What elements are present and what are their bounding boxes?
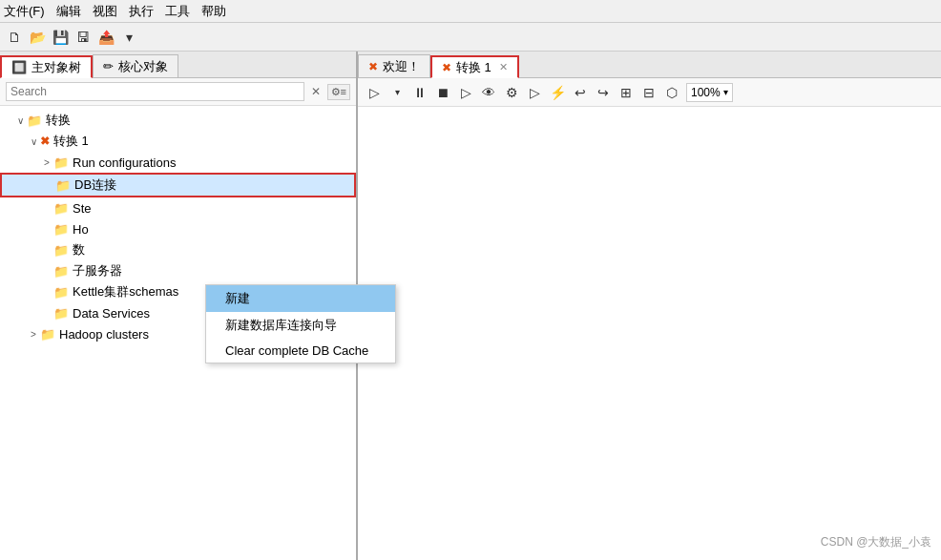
folder-icon-ste: 📁 xyxy=(53,201,69,216)
right-content xyxy=(358,107,941,560)
label-ho: Ho xyxy=(73,222,89,237)
align-btn[interactable]: ⊟ xyxy=(638,82,659,103)
folder-icon-transform: 📁 xyxy=(27,114,42,128)
label-ste: Ste xyxy=(73,201,92,216)
arrow-run-config: > xyxy=(40,157,53,168)
toolbar-dropdown[interactable]: ▾ xyxy=(118,27,139,48)
folder-icon-db-conn: 📁 xyxy=(55,178,71,193)
tree-node-subserver[interactable]: 📁 子服务器 xyxy=(0,260,356,281)
snap-btn[interactable]: ⬡ xyxy=(661,82,682,103)
run-btn[interactable]: ▷ xyxy=(364,82,385,103)
search-input[interactable] xyxy=(6,82,304,101)
menu-file[interactable]: 文件(F) xyxy=(4,3,45,20)
tab-welcome[interactable]: ✖ 欢迎！ xyxy=(358,54,430,77)
tab-main-objects-label: 主对象树 xyxy=(31,59,81,76)
tab-core-objects[interactable]: ✏ 核心对象 xyxy=(93,54,178,77)
undo-btn[interactable]: ↩ xyxy=(570,82,591,103)
context-menu: 新建 新建数据库连接向导 Clear complete DB Cache xyxy=(205,284,396,363)
tab-transform1-icon: ✖ xyxy=(442,61,451,74)
toolbar-export[interactable]: 📤 xyxy=(95,27,116,48)
folder-icon-run-config: 📁 xyxy=(53,156,69,170)
watermark: CSDN @大数据_小袁 xyxy=(821,534,931,550)
grid-btn[interactable]: ⊞ xyxy=(616,82,637,103)
label-transform1: 转换 1 xyxy=(53,133,89,150)
tree-node-db-conn[interactable]: 📁 DB连接 xyxy=(0,173,356,197)
run-dropdown-btn[interactable]: ▾ xyxy=(387,82,408,103)
tab-transform1-label: 转换 1 xyxy=(456,59,491,76)
label-num: 数 xyxy=(73,241,85,259)
tree-node-transform1[interactable]: ∨ ✖ 转换 1 xyxy=(0,131,356,152)
tab-transform1-close[interactable]: ✕ xyxy=(499,61,508,73)
tab-welcome-label: 欢迎！ xyxy=(383,58,420,75)
menu-execute[interactable]: 执行 xyxy=(129,3,154,20)
label-hadoop: Hadoop clusters xyxy=(59,327,149,342)
menu-edit[interactable]: 编辑 xyxy=(56,3,81,20)
tree-node-ste[interactable]: 📁 Ste xyxy=(0,197,356,218)
arrow-transform1: ∨ xyxy=(27,136,40,147)
menu-tools[interactable]: 工具 xyxy=(165,3,190,20)
tree-node-ho[interactable]: 📁 Ho xyxy=(0,218,356,239)
menu-help[interactable]: 帮助 xyxy=(201,3,226,20)
tab-welcome-icon: ✖ xyxy=(368,60,378,73)
pause-btn[interactable]: ⏸ xyxy=(409,82,430,103)
folder-icon-hadoop: 📁 xyxy=(40,327,55,342)
label-data-services: Data Services xyxy=(73,306,150,321)
menu-bar: 文件(F) 编辑 视图 执行 工具 帮助 xyxy=(0,0,941,23)
tab-core-objects-icon: ✏ xyxy=(103,59,114,73)
zoom-label: 100% xyxy=(691,86,721,99)
toolbar: 🗋 📂 💾 🖫 📤 ▾ xyxy=(0,23,941,52)
tree-node-num[interactable]: 📁 数 xyxy=(0,239,356,260)
search-bar: ✕ ⚙≡ xyxy=(0,78,356,106)
arrow-transform: ∨ xyxy=(13,115,27,126)
search-clear-button[interactable]: ✕ xyxy=(308,84,324,99)
transform1-icon: ✖ xyxy=(40,135,50,148)
context-menu-item-clear-cache[interactable]: Clear complete DB Cache xyxy=(206,339,395,363)
label-subserver: 子服务器 xyxy=(73,262,122,280)
folder-icon-subserver: 📁 xyxy=(53,264,69,279)
left-tab-bar: 🔲 主对象树 ✏ 核心对象 xyxy=(0,52,356,78)
tab-transform1[interactable]: ✖ 转换 1 ✕ xyxy=(430,55,519,78)
toolbar-new[interactable]: 🗋 xyxy=(4,27,25,48)
tree-node-run-config[interactable]: > 📁 Run configurations xyxy=(0,152,356,173)
tab-main-objects-icon: 🔲 xyxy=(11,60,27,74)
preview-btn[interactable]: 👁 xyxy=(478,82,499,103)
right-toolbar: ▷ ▾ ⏸ ⏹ ▷ 👁 ⚙ ▷ ⚡ ↩ ↪ ⊞ ⊟ ⬡ 100% ▾ xyxy=(358,78,941,107)
zoom-control[interactable]: 100% ▾ xyxy=(686,83,733,102)
toolbar-save-as[interactable]: 🖫 xyxy=(73,27,94,48)
tab-core-objects-label: 核心对象 xyxy=(118,58,168,75)
zoom-dropdown-icon: ▾ xyxy=(723,87,728,97)
context-menu-item-new[interactable]: 新建 xyxy=(206,285,395,312)
tree-node-transform[interactable]: ∨ 📁 转换 xyxy=(0,110,356,131)
search-options-button[interactable]: ⚙≡ xyxy=(327,84,350,100)
context-menu-item-new-wizard[interactable]: 新建数据库连接向导 xyxy=(206,312,395,339)
right-panel: ✖ 欢迎！ ✖ 转换 1 ✕ ▷ ▾ ⏸ ⏹ ▷ 👁 ⚙ ▷ ⚡ ↩ ↪ ⊞ ⊟… xyxy=(358,52,941,560)
label-run-config: Run configurations xyxy=(73,156,176,170)
folder-icon-kettle-cluster: 📁 xyxy=(53,285,69,300)
step-btn[interactable]: ▷ xyxy=(455,82,476,103)
tab-main-objects[interactable]: 🔲 主对象树 xyxy=(0,55,93,78)
folder-icon-ho: 📁 xyxy=(53,222,69,237)
right-tab-bar: ✖ 欢迎！ ✖ 转换 1 ✕ xyxy=(358,52,941,78)
folder-icon-data-services: 📁 xyxy=(53,306,69,321)
settings-btn[interactable]: ⚙ xyxy=(501,82,522,103)
redo-btn[interactable]: ↪ xyxy=(593,82,614,103)
menu-view[interactable]: 视图 xyxy=(93,3,117,20)
toolbar-open[interactable]: 📂 xyxy=(27,27,48,48)
folder-icon-num: 📁 xyxy=(53,243,69,258)
label-db-conn: DB连接 xyxy=(74,176,116,194)
toolbar-save[interactable]: 💾 xyxy=(50,27,71,48)
flash-btn[interactable]: ⚡ xyxy=(547,82,568,103)
label-transform: 转换 xyxy=(46,112,71,129)
run2-btn[interactable]: ▷ xyxy=(524,82,545,103)
main-layout: 🔲 主对象树 ✏ 核心对象 ✕ ⚙≡ ∨ 📁 转换 ∨ xyxy=(0,52,941,560)
stop-btn[interactable]: ⏹ xyxy=(432,82,453,103)
label-kettle-cluster: Kettle集群schemas xyxy=(73,283,178,301)
arrow-hadoop: > xyxy=(27,329,40,340)
